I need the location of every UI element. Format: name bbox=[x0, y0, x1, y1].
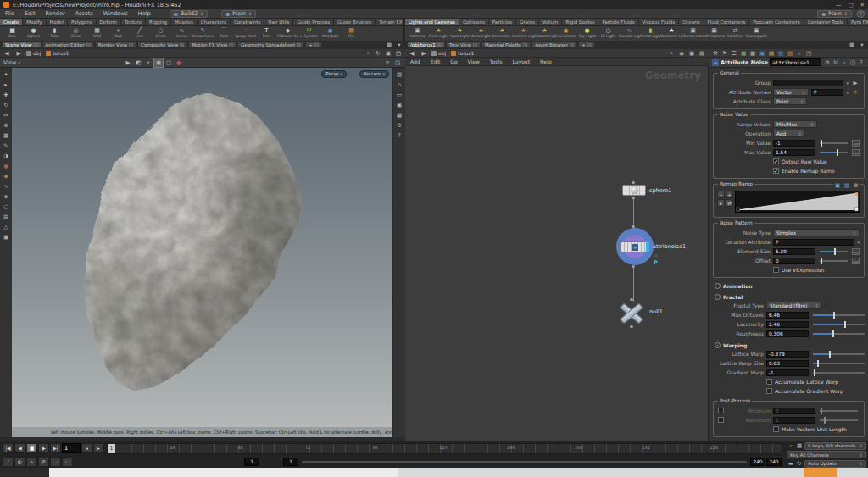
breadcrumb[interactable]: obj bbox=[431, 50, 446, 56]
slider-handle[interactable] bbox=[832, 330, 834, 337]
close-tab-icon[interactable]: ✕ bbox=[314, 43, 319, 47]
menu-item[interactable]: Render bbox=[40, 9, 70, 19]
node-help-icon[interactable]: ? bbox=[857, 58, 865, 67]
dropdown-arrow-icon[interactable]: ▾ bbox=[857, 240, 860, 245]
operation-select[interactable]: Add↕ bbox=[773, 130, 805, 137]
menu-item[interactable]: Help bbox=[133, 9, 156, 19]
subframe-dec-button[interactable]: ◂ bbox=[81, 443, 92, 453]
shelf-tab[interactable]: Constraints bbox=[231, 19, 264, 25]
main-right-select[interactable]: ⊕ Main ↕ bbox=[817, 10, 852, 18]
gradient-warp-slider[interactable] bbox=[813, 372, 865, 374]
maximize-button[interactable]: ▢ bbox=[848, 2, 853, 8]
close-tab-icon[interactable]: ✕ bbox=[180, 43, 184, 47]
shelf-tool[interactable]: ●Sphere bbox=[23, 27, 44, 39]
shelf-tab[interactable]: Terrain FX bbox=[376, 19, 403, 25]
unit-length-checkbox[interactable] bbox=[773, 426, 779, 432]
shelf-tab[interactable]: Model bbox=[47, 19, 69, 25]
network-menu-item[interactable]: Edit bbox=[426, 57, 446, 66]
timeline-ruler[interactable]: 24487296120144168192216 1 bbox=[107, 443, 782, 454]
current-frame-input[interactable]: 1 bbox=[62, 443, 81, 453]
slider-handle[interactable] bbox=[844, 321, 846, 328]
menu-item[interactable]: Windows bbox=[98, 9, 133, 19]
shelf-tool[interactable]: ▣Gamepad Camera bbox=[746, 27, 767, 39]
ladder-handle[interactable]: xyz bbox=[852, 258, 860, 264]
lattice-warp-input[interactable]: -0.379 bbox=[766, 351, 809, 358]
anim-options-icon[interactable]: ⚙ bbox=[38, 457, 49, 467]
dropdown-arrow-icon[interactable]: ▾ bbox=[846, 90, 849, 95]
noise-type-select[interactable]: Simplex↕ bbox=[773, 229, 860, 236]
collapse-toggle-icon[interactable]: • bbox=[715, 283, 721, 289]
wrench-icon[interactable]: ⚒ bbox=[711, 49, 720, 58]
shelf-tab[interactable]: Rigging bbox=[146, 19, 171, 25]
slider-handle[interactable] bbox=[829, 351, 831, 358]
shelf-tool[interactable]: ▦Grid bbox=[86, 27, 108, 39]
slider-handle[interactable] bbox=[833, 312, 835, 319]
update-mode-select[interactable]: Auto Update↕ bbox=[804, 460, 866, 468]
lattice-warp-size-slider[interactable] bbox=[813, 363, 865, 364]
enable-remap-checkbox[interactable]: ✓ bbox=[773, 168, 779, 174]
jump-start-button[interactable]: |◀ bbox=[3, 443, 14, 453]
lacunarity-slider[interactable] bbox=[813, 324, 865, 325]
keys-scope-icon[interactable]: M bbox=[832, 58, 840, 67]
shelf-tab[interactable]: Characters bbox=[198, 19, 231, 25]
breadcrumb[interactable]: torus1 bbox=[451, 50, 474, 56]
node-label[interactable]: sphere1 bbox=[649, 187, 671, 194]
timeline-grid-icon[interactable]: ▦ bbox=[795, 441, 804, 450]
network-menu-item[interactable]: Go bbox=[445, 57, 462, 66]
shelf-tool[interactable]: ★Point Light bbox=[428, 27, 449, 39]
recook-icon[interactable]: ↻ bbox=[795, 459, 804, 468]
shelf-tab[interactable]: Fluid Containers bbox=[704, 19, 750, 25]
attr-class-select[interactable]: Point↕ bbox=[773, 97, 807, 105]
select-mode-icon[interactable]: ▶ bbox=[124, 58, 132, 67]
lattice-warp-size-input[interactable]: 0.63 bbox=[766, 360, 809, 367]
ramp-remove-point-button[interactable]: − bbox=[717, 191, 725, 198]
select-icon[interactable]: ▸ bbox=[2, 80, 10, 89]
offset-input[interactable]: 0 bbox=[773, 258, 815, 264]
node-sphere1[interactable] bbox=[622, 185, 646, 196]
lattice-warp-slider[interactable] bbox=[813, 353, 865, 355]
deform-icon[interactable]: ◆ bbox=[2, 172, 10, 180]
next-key-button[interactable]: ▶| bbox=[62, 457, 73, 467]
spreadsheet-icon[interactable]: ▦ bbox=[748, 49, 757, 58]
playhead[interactable]: 1 bbox=[108, 444, 115, 453]
close-button[interactable]: ✕ bbox=[860, 2, 865, 8]
ramp-interp-button[interactable]: ▸ bbox=[717, 199, 725, 207]
ramp-save-icon[interactable]: ▤ bbox=[843, 181, 851, 190]
shelf-tab[interactable]: Collisions bbox=[459, 19, 489, 25]
pane-tab[interactable]: Scene View✕ bbox=[2, 42, 42, 48]
playback-range-slider[interactable] bbox=[302, 461, 747, 463]
shelf-tool[interactable]: +Null bbox=[108, 27, 129, 39]
node-input-dot[interactable] bbox=[632, 225, 635, 228]
shelf-tool[interactable]: ★Distant Light bbox=[534, 27, 555, 39]
shelf-tool[interactable]: ◉Environment Light bbox=[555, 27, 576, 39]
ramp-add-point-button[interactable]: + bbox=[726, 191, 733, 198]
swatch-icon[interactable]: ▢ bbox=[394, 49, 403, 58]
menu-item[interactable]: File bbox=[0, 9, 19, 19]
shelf-tool[interactable]: ▤File bbox=[341, 27, 362, 39]
shelf-tool[interactable]: ▣Camera bbox=[407, 27, 428, 39]
pane-tab[interactable]: Material Palette✕ bbox=[481, 42, 531, 48]
shelf-tab[interactable]: Particles bbox=[489, 19, 516, 25]
close-tab-icon[interactable]: ✕ bbox=[297, 43, 301, 47]
shelf-tab[interactable]: Polygons bbox=[68, 19, 96, 25]
info-icon[interactable]: ⓘ bbox=[849, 58, 857, 67]
minimum-slider[interactable] bbox=[820, 410, 858, 412]
node-output-dot[interactable] bbox=[630, 325, 633, 328]
pin-icon[interactable]: ⌖ bbox=[667, 49, 676, 58]
globe-icon[interactable]: ◉ bbox=[677, 49, 686, 58]
offset-slider[interactable] bbox=[820, 260, 848, 262]
pane-tab[interactable]: Composite View✕ bbox=[137, 42, 187, 48]
timeline-zoom-icon[interactable]: ⌕ bbox=[787, 441, 795, 450]
stow-icon[interactable]: ≡ bbox=[383, 58, 392, 67]
shelf-tab[interactable]: Guide Process bbox=[293, 19, 334, 25]
shelf-tool[interactable]: ⌒Path bbox=[214, 27, 235, 39]
close-tab-icon[interactable]: ✕ bbox=[229, 43, 233, 47]
breadcrumb[interactable]: obj bbox=[26, 50, 41, 56]
roughness-input[interactable]: 0.306 bbox=[766, 330, 809, 337]
ladder-handle[interactable]: xyz bbox=[852, 149, 860, 156]
shelf-tab[interactable]: Populate Containers bbox=[749, 19, 804, 25]
slider-handle[interactable] bbox=[821, 258, 822, 264]
prev-frame-button[interactable]: ◀ bbox=[14, 443, 25, 453]
dropdown-arrow-icon[interactable]: ▾ bbox=[846, 80, 849, 86]
maximize-pane-icon[interactable]: ◳ bbox=[393, 58, 402, 67]
